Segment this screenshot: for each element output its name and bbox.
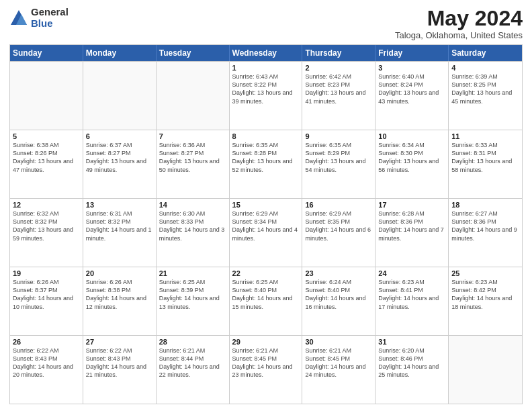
calendar-day-cell: 26Sunrise: 6:22 AM Sunset: 8:43 PM Dayli… [10,336,83,404]
header: General Blue May 2024 Taloga, Oklahoma, … [9,7,523,40]
calendar-body: 1Sunrise: 6:43 AM Sunset: 8:22 PM Daylig… [10,61,522,404]
day-number: 8 [232,132,300,140]
day-info: Sunrise: 6:36 AM Sunset: 8:27 PM Dayligh… [159,141,226,174]
day-info: Sunrise: 6:22 AM Sunset: 8:43 PM Dayligh… [86,347,153,379]
calendar-day-cell: 16Sunrise: 6:29 AM Sunset: 8:35 PM Dayli… [302,199,375,267]
day-info: Sunrise: 6:25 AM Sunset: 8:39 PM Dayligh… [159,278,226,311]
day-info: Sunrise: 6:26 AM Sunset: 8:38 PM Dayligh… [86,278,153,311]
calendar-day-cell: 25Sunrise: 6:23 AM Sunset: 8:42 PM Dayli… [449,267,522,335]
calendar-week-row: 5Sunrise: 6:38 AM Sunset: 8:26 PM Daylig… [10,130,522,198]
day-info: Sunrise: 6:20 AM Sunset: 8:46 PM Dayligh… [378,347,445,379]
calendar-day-cell: 24Sunrise: 6:23 AM Sunset: 8:41 PM Dayli… [375,267,449,335]
day-info: Sunrise: 6:38 AM Sunset: 8:26 PM Dayligh… [13,141,80,174]
day-number: 7 [159,132,226,140]
day-number: 19 [13,269,80,277]
calendar-day-cell: 8Sunrise: 6:35 AM Sunset: 8:28 PM Daylig… [230,130,303,198]
logo-text: General Blue [31,7,69,29]
day-info: Sunrise: 6:21 AM Sunset: 8:44 PM Dayligh… [159,347,226,379]
day-info: Sunrise: 6:40 AM Sunset: 8:24 PM Dayligh… [378,73,445,105]
logo-blue: Blue [31,18,69,30]
day-number: 15 [232,201,300,209]
calendar-day-cell [83,62,157,130]
calendar-week-row: 19Sunrise: 6:26 AM Sunset: 8:37 PM Dayli… [10,267,522,335]
day-info: Sunrise: 6:35 AM Sunset: 8:29 PM Dayligh… [305,141,372,174]
calendar-day-header: Friday [375,45,449,61]
location-subtitle: Taloga, Oklahoma, United States [395,30,523,40]
calendar-week-row: 1Sunrise: 6:43 AM Sunset: 8:22 PM Daylig… [10,61,522,130]
day-info: Sunrise: 6:35 AM Sunset: 8:28 PM Dayligh… [232,141,300,174]
day-number: 13 [86,201,153,209]
day-number: 26 [13,338,80,346]
day-number: 22 [232,269,300,277]
day-info: Sunrise: 6:21 AM Sunset: 8:45 PM Dayligh… [305,347,372,379]
day-number: 2 [305,64,372,72]
day-info: Sunrise: 6:30 AM Sunset: 8:33 PM Dayligh… [159,210,226,242]
day-info: Sunrise: 6:42 AM Sunset: 8:23 PM Dayligh… [305,73,372,105]
day-number: 31 [378,338,445,346]
day-number: 9 [305,132,372,140]
day-info: Sunrise: 6:26 AM Sunset: 8:37 PM Dayligh… [13,278,80,311]
day-info: Sunrise: 6:39 AM Sunset: 8:25 PM Dayligh… [451,73,519,105]
day-number: 28 [159,338,226,346]
calendar-day-cell: 19Sunrise: 6:26 AM Sunset: 8:37 PM Dayli… [10,267,83,335]
day-number: 27 [86,338,153,346]
calendar-day-cell: 7Sunrise: 6:36 AM Sunset: 8:27 PM Daylig… [157,130,230,198]
day-number: 17 [378,201,445,209]
day-info: Sunrise: 6:24 AM Sunset: 8:40 PM Dayligh… [305,278,372,311]
title-area: May 2024 Taloga, Oklahoma, United States [395,7,523,40]
day-number: 4 [451,64,519,72]
day-info: Sunrise: 6:23 AM Sunset: 8:42 PM Dayligh… [451,278,519,311]
day-info: Sunrise: 6:28 AM Sunset: 8:36 PM Dayligh… [378,210,445,242]
day-number: 14 [159,201,226,209]
calendar-day-cell: 30Sunrise: 6:21 AM Sunset: 8:45 PM Dayli… [302,336,375,404]
calendar-week-row: 12Sunrise: 6:32 AM Sunset: 8:32 PM Dayli… [10,198,522,267]
calendar-day-header: Monday [83,45,157,61]
calendar-day-cell: 13Sunrise: 6:31 AM Sunset: 8:32 PM Dayli… [83,199,157,267]
day-info: Sunrise: 6:21 AM Sunset: 8:45 PM Dayligh… [232,347,300,379]
day-number: 30 [305,338,372,346]
calendar-day-cell: 17Sunrise: 6:28 AM Sunset: 8:36 PM Dayli… [375,199,449,267]
calendar-day-cell: 9Sunrise: 6:35 AM Sunset: 8:29 PM Daylig… [302,130,375,198]
day-number: 23 [305,269,372,277]
day-number: 24 [378,269,445,277]
day-number: 29 [232,338,300,346]
day-info: Sunrise: 6:25 AM Sunset: 8:40 PM Dayligh… [232,278,300,311]
day-info: Sunrise: 6:43 AM Sunset: 8:22 PM Dayligh… [232,73,300,105]
calendar-day-cell: 23Sunrise: 6:24 AM Sunset: 8:40 PM Dayli… [302,267,375,335]
day-number: 21 [159,269,226,277]
calendar-day-cell: 4Sunrise: 6:39 AM Sunset: 8:25 PM Daylig… [449,62,522,130]
month-year-title: May 2024 [395,7,523,30]
day-number: 1 [232,64,300,72]
day-number: 25 [451,269,519,277]
day-number: 16 [305,201,372,209]
calendar-day-cell [10,62,83,130]
day-info: Sunrise: 6:37 AM Sunset: 8:27 PM Dayligh… [86,141,153,174]
calendar-day-cell: 22Sunrise: 6:25 AM Sunset: 8:40 PM Dayli… [230,267,303,335]
calendar: SundayMondayTuesdayWednesdayThursdayFrid… [9,44,523,404]
day-number: 18 [451,201,519,209]
calendar-day-header: Wednesday [230,45,303,61]
calendar-day-cell: 18Sunrise: 6:27 AM Sunset: 8:36 PM Dayli… [449,199,522,267]
calendar-header: SundayMondayTuesdayWednesdayThursdayFrid… [10,45,522,61]
calendar-day-cell: 12Sunrise: 6:32 AM Sunset: 8:32 PM Dayli… [10,199,83,267]
calendar-day-cell: 3Sunrise: 6:40 AM Sunset: 8:24 PM Daylig… [375,62,449,130]
day-number: 6 [86,132,153,140]
calendar-day-cell: 27Sunrise: 6:22 AM Sunset: 8:43 PM Dayli… [83,336,157,404]
day-number: 11 [451,132,519,140]
day-number: 3 [378,64,445,72]
calendar-day-header: Sunday [10,45,83,61]
day-number: 5 [13,132,80,140]
calendar-day-header: Thursday [302,45,375,61]
page: General Blue May 2024 Taloga, Oklahoma, … [0,0,532,411]
day-info: Sunrise: 6:29 AM Sunset: 8:34 PM Dayligh… [232,210,300,242]
day-info: Sunrise: 6:33 AM Sunset: 8:31 PM Dayligh… [451,141,519,174]
calendar-day-cell: 10Sunrise: 6:34 AM Sunset: 8:30 PM Dayli… [375,130,449,198]
logo-general: General [31,7,69,18]
day-info: Sunrise: 6:27 AM Sunset: 8:36 PM Dayligh… [451,210,519,242]
day-info: Sunrise: 6:29 AM Sunset: 8:35 PM Dayligh… [305,210,372,242]
calendar-day-cell: 28Sunrise: 6:21 AM Sunset: 8:44 PM Dayli… [157,336,230,404]
day-info: Sunrise: 6:22 AM Sunset: 8:43 PM Dayligh… [13,347,80,379]
calendar-day-header: Saturday [449,45,522,61]
day-info: Sunrise: 6:31 AM Sunset: 8:32 PM Dayligh… [86,210,153,242]
calendar-day-cell [449,336,522,404]
